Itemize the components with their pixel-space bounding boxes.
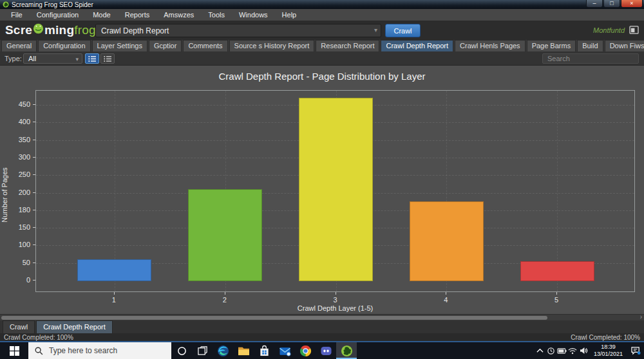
type-dropdown[interactable]: All ▾ [23,53,82,64]
tab-layer-settings[interactable]: Layer Settings [92,40,147,51]
menu-item-configuration[interactable]: Configuration [30,9,86,21]
x-tick-mark [556,292,557,295]
tab-crawl-depth-report[interactable]: Crawl Depth Report [381,40,453,51]
screaming-frog-icon[interactable] [336,342,357,359]
bar-layer-5 [520,261,594,281]
y-tick-mark [33,210,35,210]
task-view-icon[interactable] [192,342,213,359]
tab-crawl-henls-pages[interactable]: Crawl Henls Pages [455,40,526,51]
y-tick-label: 250 [7,170,30,178]
list-view-button-active[interactable] [85,53,99,64]
bottom-tab-crawl[interactable]: Crawl [3,320,35,333]
y-tick-mark [33,262,35,263]
maximize-button[interactable]: □ [603,0,620,8]
tree-view-button[interactable] [100,53,115,64]
y-tick-label: 50 [7,259,30,266]
chrome-icon[interactable] [295,342,316,359]
chart-title: Crawl Depth Report - Page Distribution b… [0,71,644,82]
logo-frog-icon [32,23,44,37]
y-tick-mark [33,280,35,281]
y-tick-mark [33,192,35,193]
bar-layer-4 [410,201,484,281]
window-panel-icon[interactable] [629,25,639,37]
type-label: Type: [5,55,22,62]
minimize-button[interactable]: – [586,0,603,8]
x-tick-mark [446,292,446,295]
y-tick-mark [33,157,35,158]
logo-text-3: frog [74,23,96,37]
x-tick-mark [225,292,225,295]
tray-icons [535,342,589,359]
menu-item-amswzes[interactable]: Amswzes [156,9,201,21]
status-bar: Crawl Completed: 100% Crawl Completed: 1… [0,333,644,341]
sync-icon[interactable] [545,342,556,359]
edge-icon[interactable] [213,342,233,359]
horizontal-scrollbar[interactable]: › [0,314,644,320]
y-tick-mark [33,244,35,245]
tab-down-fiws[interactable]: Down Fiws [605,40,644,51]
screamingfrog-logo: Scre ming frog [5,23,96,37]
battery-icon[interactable] [556,342,567,359]
y-tick-mark [33,104,35,105]
cortana-icon[interactable] [171,342,192,359]
volume-icon[interactable] [578,342,589,359]
status-right: Crawl Completed: 100% [571,334,640,341]
search-input[interactable] [542,53,639,64]
y-tick-label: 400 [7,118,30,125]
tab-general[interactable]: General [1,40,37,51]
file-explorer-icon[interactable] [233,342,254,359]
microsoft-store-icon[interactable] [254,342,274,359]
menu-item-tools[interactable]: Tools [201,9,232,21]
bottom-tab-crawl-depth-report[interactable]: Crawl Depth Report [36,320,113,333]
menu-bar: FileConfigurationModeReportsAmswzesTools… [0,9,644,21]
menu-item-windows[interactable]: Windows [232,9,275,21]
scrollbar-right-arrow-icon[interactable]: › [640,313,642,320]
mail-icon[interactable] [274,342,295,359]
tab-source-s-history-report[interactable]: Source s History Report [229,40,315,51]
search-icon [35,347,43,355]
logo-text-1: Scre [5,23,32,37]
menu-item-mode[interactable]: Mode [86,9,118,21]
y-tick-mark [33,122,35,122]
discord-icon[interactable] [316,342,336,359]
x-tick-mark [114,292,115,295]
crawl-button[interactable]: Crawl [385,24,421,37]
logo-text-2: ming [44,23,74,37]
tab-research-report[interactable]: Research Report [316,40,379,51]
menu-item-help[interactable]: Help [275,9,304,21]
chevron-down-icon: ▾ [75,55,79,64]
x-tick-label: 1 [101,296,127,304]
scrollbar-thumb[interactable] [1,316,547,320]
tab-page-barms[interactable]: Page Barms [527,40,576,51]
menu-item-file[interactable]: File [4,9,30,21]
report-input-dropdown-icon[interactable]: ▾ [374,26,377,33]
toolbar: Scre ming frog ▾ Crawl Montfuntd [0,21,644,40]
tab-comments[interactable]: Comments [183,40,227,51]
tab-configuration[interactable]: Configuration [38,40,90,51]
x-tick-mark [336,292,336,295]
bottom-tab-bar: CrawlCrawl Depth Report [0,320,644,333]
tab-build[interactable]: Build [577,40,603,51]
y-tick-label: 300 [7,153,30,161]
x-tick-label: 5 [544,296,569,304]
bar-layer-2 [188,189,262,281]
start-button[interactable] [0,342,28,359]
x-tick-label: 3 [323,296,348,304]
windows-taskbar: Type here to search 18:39 13/01/2021 [0,342,644,359]
tab-gcptior[interactable]: Gcptior [149,40,182,51]
bar-layer-3 [299,98,373,281]
window-title: Screaming Frog SEO Spider [12,1,93,8]
y-tick-mark [33,227,35,228]
y-tick-label: 350 [7,136,30,143]
taskbar-clock[interactable]: 18:39 13/01/2021 [589,344,627,358]
wifi-icon[interactable] [567,342,578,359]
window-controls: –□× [585,0,643,8]
menu-item-reports[interactable]: Reports [118,9,157,21]
taskbar-search-box[interactable]: Type here to search [28,342,171,359]
taskbar-app-icons [213,342,357,359]
x-axis-label: Crawl Depth Layer (1-5) [35,304,635,312]
close-button[interactable]: × [621,0,643,8]
report-input[interactable] [96,24,366,37]
action-center-icon[interactable] [627,342,644,359]
chevron-up-icon[interactable] [535,342,545,359]
